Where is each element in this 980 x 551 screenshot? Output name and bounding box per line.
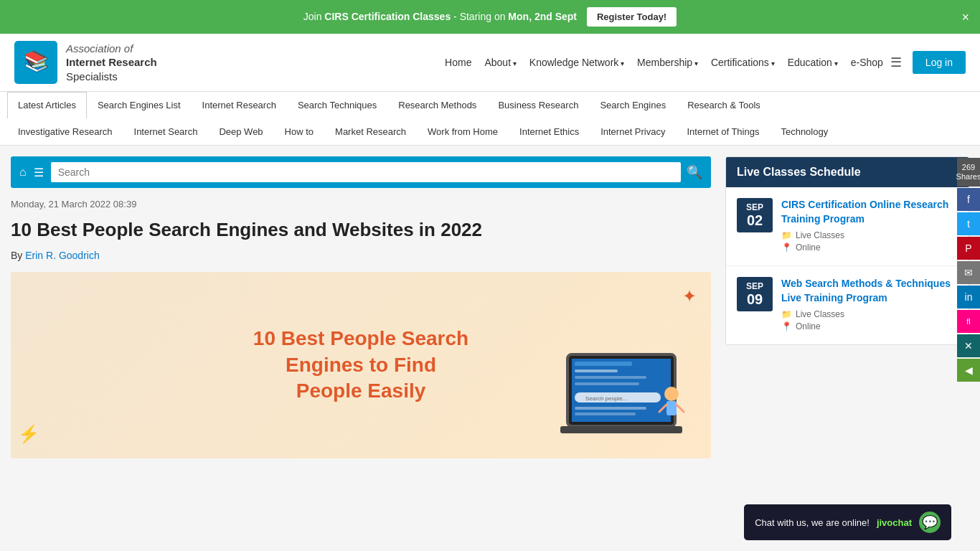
cat-internet-of-things[interactable]: Internet of Things bbox=[676, 118, 770, 145]
hamburger-icon[interactable]: ☰ bbox=[890, 55, 902, 70]
nav-about[interactable]: About bbox=[484, 57, 516, 68]
cat-nav-row1: Latest Articles Search Engines List Inte… bbox=[7, 92, 973, 118]
cat-internet-research[interactable]: Internet Research bbox=[192, 92, 287, 118]
laptop-svg: Search people... bbox=[560, 351, 689, 451]
schedule-content-1: CIRS Certification Online Research Train… bbox=[781, 198, 958, 255]
nav-home[interactable]: Home bbox=[445, 57, 471, 68]
cat-investigative-research[interactable]: Investigative Research bbox=[7, 118, 123, 145]
date-badge-1: SEP 02 bbox=[737, 198, 773, 232]
cat-market-research[interactable]: Market Research bbox=[324, 118, 417, 145]
pinterest-share-button[interactable]: P bbox=[957, 237, 980, 260]
banner-text-bold2: Mon, 2nd Sept bbox=[508, 11, 577, 22]
svg-rect-3 bbox=[572, 359, 671, 422]
schedule-meta-location-2: 📍 Online bbox=[781, 321, 958, 331]
article-author: By Erin R. Goodrich bbox=[11, 250, 711, 261]
author-link[interactable]: Erin R. Goodrich bbox=[25, 250, 99, 261]
schedule-title-1[interactable]: CIRS Certification Online Research Train… bbox=[781, 198, 958, 226]
flipboard-share-button[interactable]: fl bbox=[957, 310, 980, 333]
cat-business-research[interactable]: Business Research bbox=[487, 92, 589, 118]
cat-nav-row2: Investigative Research Internet Search D… bbox=[7, 118, 973, 145]
cat-technology[interactable]: Technology bbox=[770, 118, 839, 145]
logo-icon: 📚 bbox=[14, 41, 57, 84]
svg-text:Search people...: Search people... bbox=[585, 395, 627, 402]
linkedin-share-button[interactable]: in bbox=[957, 286, 980, 309]
date-day-2: 09 bbox=[744, 291, 765, 307]
schedule-item-2: SEP 09 Web Search Methods & Techniques L… bbox=[726, 266, 969, 344]
date-month-1: SEP bbox=[744, 202, 765, 212]
svg-point-13 bbox=[664, 387, 679, 401]
search-input[interactable] bbox=[51, 162, 681, 182]
cat-research-tools[interactable]: Research & Tools bbox=[677, 92, 771, 118]
nav-knowledge[interactable]: Knowledge Network bbox=[529, 57, 624, 68]
schedule-meta-category-1: 📁 Live Classes bbox=[781, 230, 958, 240]
cat-how-to[interactable]: How to bbox=[274, 118, 324, 145]
svg-text:📚: 📚 bbox=[24, 50, 49, 73]
cat-internet-search[interactable]: Internet Search bbox=[123, 118, 209, 145]
sharethis-button[interactable]: ◀ bbox=[957, 359, 980, 382]
top-banner: Join CIRS Certification Classes - Starin… bbox=[0, 0, 980, 34]
sidebar: Live Classes Schedule SEP 02 CIRS Certif… bbox=[725, 156, 969, 458]
main-nav: Home About Knowledge Network Membership … bbox=[445, 57, 883, 68]
cat-latest-articles[interactable]: Latest Articles bbox=[7, 92, 87, 118]
banner-text-mid: - Staring on bbox=[451, 11, 508, 22]
nav-membership[interactable]: Membership bbox=[637, 57, 698, 68]
register-button[interactable]: Register Today! bbox=[587, 7, 677, 27]
logo-area: 📚 Association of Internet Research Speci… bbox=[14, 41, 157, 84]
date-day-1: 02 bbox=[744, 212, 765, 228]
cat-internet-ethics[interactable]: Internet Ethics bbox=[509, 118, 590, 145]
svg-rect-11 bbox=[575, 413, 636, 415]
shares-count: 269 Shares bbox=[957, 158, 980, 187]
logo-text: Association of Internet Research Special… bbox=[66, 42, 157, 84]
nav-eshop[interactable]: e-Shop bbox=[851, 57, 883, 68]
schedule-meta-location-1: 📍 Online bbox=[781, 242, 958, 253]
svg-rect-10 bbox=[575, 407, 646, 410]
deco-arrow-top-right: ✦ bbox=[682, 286, 697, 306]
date-month-2: SEP bbox=[744, 281, 765, 291]
article-image: 10 Best People SearchEngines to FindPeop… bbox=[11, 272, 711, 458]
category-nav: Latest Articles Search Engines List Inte… bbox=[0, 92, 980, 146]
twitter-share-button[interactable]: t bbox=[957, 212, 980, 235]
nav-education[interactable]: Education bbox=[788, 57, 838, 68]
widget-title: Live Classes Schedule bbox=[726, 157, 969, 187]
facebook-share-button[interactable]: f bbox=[957, 188, 980, 211]
article-title: 10 Best People Search Engines and Websit… bbox=[11, 218, 711, 242]
cat-search-engines[interactable]: Search Engines bbox=[589, 92, 677, 118]
date-badge-2: SEP 09 bbox=[737, 277, 773, 311]
nav-certifications[interactable]: Certifications bbox=[711, 57, 775, 68]
cat-work-from-home[interactable]: Work from Home bbox=[417, 118, 509, 145]
svg-rect-12 bbox=[560, 426, 682, 433]
svg-rect-7 bbox=[575, 382, 639, 385]
article-date: Monday, 21 March 2022 08:39 bbox=[11, 199, 711, 209]
search-bar: ⌂ ☰ 🔍 bbox=[11, 156, 711, 188]
svg-rect-14 bbox=[666, 401, 677, 415]
cat-search-techniques[interactable]: Search Techniques bbox=[287, 92, 387, 118]
xing-share-button[interactable]: ✕ bbox=[957, 334, 980, 357]
schedule-item: SEP 02 CIRS Certification Online Researc… bbox=[726, 187, 969, 266]
banner-text-pre: Join bbox=[303, 11, 325, 22]
svg-line-16 bbox=[677, 405, 684, 412]
cat-internet-privacy[interactable]: Internet Privacy bbox=[590, 118, 676, 145]
cat-search-engines-list[interactable]: Search Engines List bbox=[87, 92, 192, 118]
close-banner-button[interactable]: × bbox=[961, 11, 969, 24]
live-classes-widget: Live Classes Schedule SEP 02 CIRS Certif… bbox=[725, 156, 969, 345]
home-icon[interactable]: ⌂ bbox=[19, 166, 27, 179]
banner-text-bold: CIRS Certification Classes bbox=[324, 11, 451, 22]
laptop-graphic: Search people... bbox=[560, 351, 689, 451]
social-sidebar: 269 Shares f t P ✉ in fl ✕ ◀ bbox=[957, 158, 980, 383]
login-button[interactable]: Log in bbox=[913, 51, 966, 74]
email-share-button[interactable]: ✉ bbox=[957, 261, 980, 284]
deco-arrow-bottom-left: ⚡ bbox=[18, 424, 39, 444]
search-button[interactable]: 🔍 bbox=[687, 164, 702, 180]
header: 📚 Association of Internet Research Speci… bbox=[0, 34, 980, 92]
svg-rect-4 bbox=[575, 362, 632, 366]
schedule-content-2: Web Search Methods & Techniques Live Tra… bbox=[781, 277, 958, 334]
svg-rect-6 bbox=[575, 376, 646, 379]
svg-rect-5 bbox=[575, 369, 618, 372]
cat-deep-web[interactable]: Deep Web bbox=[208, 118, 273, 145]
article-image-text: 10 Best People SearchEngines to FindPeop… bbox=[239, 311, 483, 418]
cat-research-methods[interactable]: Research Methods bbox=[387, 92, 487, 118]
menu-icon[interactable]: ☰ bbox=[34, 166, 44, 179]
schedule-title-2[interactable]: Web Search Methods & Techniques Live Tra… bbox=[781, 277, 958, 305]
schedule-meta-category-2: 📁 Live Classes bbox=[781, 309, 958, 319]
main-layout: ⌂ ☰ 🔍 Monday, 21 March 2022 08:39 10 Bes… bbox=[0, 146, 980, 469]
